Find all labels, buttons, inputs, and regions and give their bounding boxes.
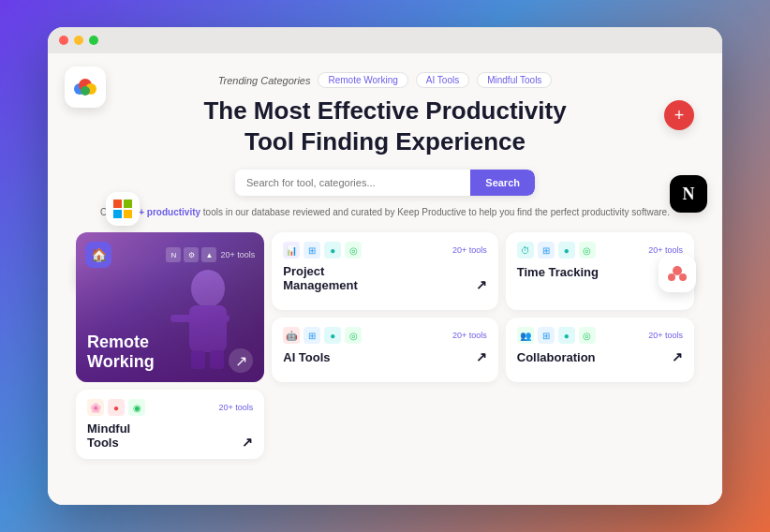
search-button[interactable]: Search (470, 170, 535, 196)
svg-rect-5 (124, 200, 132, 208)
sub-text: Over 200+ productivity tools in our data… (76, 205, 694, 219)
collab-icon-4: ◎ (579, 327, 596, 344)
ai-icon-2: ⊞ (304, 327, 320, 344)
card-title: ProjectManagement ↗ (283, 264, 487, 292)
svg-point-11 (679, 273, 687, 281)
card-icons-row: 📊 ⊞ ● ◎ 20+ tools (283, 242, 487, 259)
collab-icon-3: ● (558, 327, 575, 344)
search-input[interactable] (235, 170, 470, 196)
card-ai-tools[interactable]: 🤖 ⊞ ● ◎ 20+ tools AI Tools ↗ (272, 318, 498, 382)
tt-icons-row: ⏱ ⊞ ● ◎ 20+ tools (517, 242, 683, 259)
tt-icon-2: ⊞ (538, 242, 555, 259)
svg-rect-7 (124, 210, 132, 218)
maximize-dot[interactable] (89, 36, 98, 45)
featured-badges: N ⚙ ▲ (166, 247, 216, 262)
trending-tag-remote[interactable]: Remote Working (318, 72, 407, 88)
add-icon[interactable]: + (664, 100, 694, 130)
featured-top: 🏠 N ⚙ ▲ 20+ tools (85, 242, 255, 268)
featured-tools-count: 20+ tools (220, 250, 255, 259)
badge-2: ⚙ (184, 247, 199, 262)
asana-icon (659, 255, 696, 292)
collab-title-text: Collaboration (517, 350, 596, 364)
collab-arrow: ↗ (672, 349, 683, 364)
featured-bottom: RemoteWorking ↗ (87, 332, 253, 373)
badge-1: N (166, 247, 181, 262)
trending-tag-mindful[interactable]: Mindful Tools (477, 72, 552, 88)
collab-icons-row: 👥 ⊞ ● ◎ 20+ tools (517, 327, 683, 344)
card-mindful-tools[interactable]: 🌸 ● ◉ 20+ tools MindfulTools ↗ (76, 390, 264, 459)
project-management-icon: 📊 (283, 242, 300, 259)
tt-title-text: Time Tracking (517, 265, 599, 279)
mindful-icon-2: ● (108, 399, 125, 416)
ai-icon-3: ● (324, 327, 341, 344)
svg-rect-6 (113, 210, 122, 218)
close-dot[interactable] (59, 36, 68, 45)
pm-icon-2: ⊞ (304, 242, 320, 259)
tt-icon-3: ● (558, 242, 575, 259)
browser-bar (48, 27, 722, 53)
mindful-card-title: MindfulTools ↗ (87, 421, 253, 450)
trending-label: Trending Categories (218, 75, 311, 86)
cards-grid: 📊 ⊞ ● ◎ 20+ tools ProjectManagement ↗ (76, 232, 694, 459)
pm-title-text: ProjectManagement (283, 264, 357, 292)
hero-title: The Most Effective Productivity Tool Fin… (76, 96, 694, 156)
search-input-wrap: Search (235, 170, 535, 196)
main-content: N + Trending Categories Remote Working A… (48, 53, 722, 505)
ai-tools-icon: 🤖 (283, 327, 300, 344)
badge-3: ▲ (201, 247, 216, 262)
minimize-dot[interactable] (74, 36, 83, 45)
ai-icon-4: ◎ (345, 327, 362, 344)
pm-arrow: ↗ (476, 277, 487, 292)
svg-rect-4 (113, 200, 122, 208)
svg-point-9 (673, 266, 682, 275)
mindful-icon-3: ◉ (128, 399, 145, 416)
pm-tools-badge: 20+ tools (452, 245, 487, 255)
remote-working-title: RemoteWorking (87, 332, 155, 373)
trending-row: Trending Categories Remote Working AI To… (76, 72, 694, 88)
mindful-tools-badge: 20+ tools (218, 403, 253, 412)
ai-arrow: ↗ (476, 349, 487, 364)
svg-point-3 (81, 86, 90, 96)
ai-title-text: AI Tools (283, 350, 330, 364)
card-remote-working[interactable]: 🏠 N ⚙ ▲ 20+ tools RemoteWorking ↗ (76, 232, 264, 382)
mindful-icons-row: 🌸 ● ◉ 20+ tools (87, 399, 253, 416)
ai-icons-row: 🤖 ⊞ ● ◎ 20+ tools (283, 327, 487, 344)
tt-icon-4: ◎ (579, 242, 596, 259)
cloud-icon (65, 66, 106, 108)
search-bar: Search (76, 170, 694, 196)
card-project-management[interactable]: 📊 ⊞ ● ◎ 20+ tools ProjectManagement ↗ (272, 232, 498, 310)
card-collaboration[interactable]: 👥 ⊞ ● ◎ 20+ tools Collaboration ↗ (506, 318, 694, 382)
mindful-arrow: ↗ (242, 435, 253, 450)
trending-tag-ai[interactable]: AI Tools (416, 72, 469, 88)
browser-window: N + Trending Categories Remote Working A… (48, 27, 722, 505)
notion-icon: N (670, 175, 707, 213)
featured-arrow: ↗ (229, 348, 253, 373)
pm-icon-3: ● (324, 242, 341, 259)
svg-point-10 (668, 273, 675, 281)
mindful-title-text: MindfulTools (87, 421, 130, 450)
collab-icon-2: ⊞ (538, 327, 555, 344)
collab-icon: 👥 (517, 327, 534, 344)
microsoft-icon (106, 192, 140, 226)
home-icon: 🏠 (85, 242, 111, 268)
collab-tools-badge: 20+ tools (648, 331, 683, 340)
collab-card-title: Collaboration ↗ (517, 349, 683, 364)
pm-icon-4: ◎ (345, 242, 362, 259)
ai-card-title: AI Tools ↗ (283, 349, 487, 364)
ai-tools-badge: 20+ tools (452, 331, 487, 340)
mindful-icon: 🌸 (87, 399, 104, 416)
time-tracking-icon: ⏱ (517, 242, 534, 259)
tt-tools-badge: 20+ tools (648, 245, 683, 255)
